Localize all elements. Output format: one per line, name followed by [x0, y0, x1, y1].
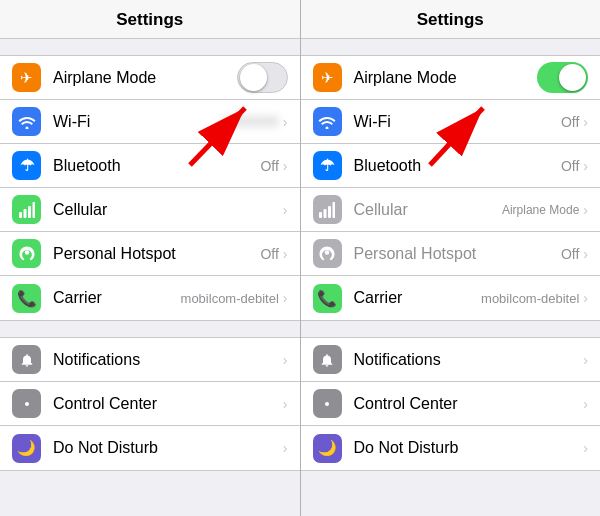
- panel-2-cellular-row[interactable]: Cellular Airplane Mode ›: [301, 188, 601, 232]
- notifications-label-2: Notifications: [354, 351, 584, 369]
- cellular-icon-2: [313, 195, 342, 224]
- svg-point-10: [325, 250, 330, 255]
- control-center-icon-1: [12, 389, 41, 418]
- panel-1-hotspot-row[interactable]: Personal Hotspot Off ›: [0, 232, 300, 276]
- control-center-icon-2: [313, 389, 342, 418]
- airplane-toggle-2[interactable]: [537, 62, 588, 93]
- dnd-icon-1: 🌙: [12, 434, 41, 463]
- panel-2-airplane-mode-row[interactable]: ✈ Airplane Mode: [301, 56, 601, 100]
- control-center-label-2: Control Center: [354, 395, 584, 413]
- panel-2-bluetooth-row[interactable]: ☂ Bluetooth Off ›: [301, 144, 601, 188]
- airplane-toggle-1[interactable]: [237, 62, 288, 93]
- notifications-chevron-1: ›: [283, 352, 288, 368]
- dnd-label-2: Do Not Disturb: [354, 439, 584, 457]
- wifi-icon-2: [313, 107, 342, 136]
- panel-2-dnd-row[interactable]: 🌙 Do Not Disturb ›: [301, 426, 601, 470]
- bluetooth-icon-2: ☂: [313, 151, 342, 180]
- panel-1-notifications-row[interactable]: Notifications ›: [0, 338, 300, 382]
- bluetooth-chevron-2: ›: [583, 158, 588, 174]
- panel-1-bluetooth-row[interactable]: ☂ Bluetooth Off ›: [0, 144, 300, 188]
- cellular-value-2: Airplane Mode: [502, 203, 579, 217]
- control-center-chevron-1: ›: [283, 396, 288, 412]
- panel-2-main-group: ✈ Airplane Mode Wi-Fi Off › ☂: [301, 55, 601, 321]
- carrier-label-1: Carrier: [53, 289, 181, 307]
- carrier-icon-1: 📞: [12, 284, 41, 313]
- carrier-chevron-2: ›: [583, 290, 588, 306]
- carrier-chevron-1: ›: [283, 290, 288, 306]
- svg-rect-1: [23, 209, 26, 218]
- notifications-chevron-2: ›: [583, 352, 588, 368]
- svg-point-5: [25, 402, 29, 406]
- wifi-chevron-1: ›: [283, 114, 288, 130]
- svg-rect-9: [333, 202, 336, 218]
- wifi-icon-1: [12, 107, 41, 136]
- panel-2: Settings ✈ Airplane Mode Wi-Fi Off ›: [301, 0, 601, 516]
- panel-1-control-center-row[interactable]: Control Center ›: [0, 382, 300, 426]
- carrier-value-1: mobilcom-debitel: [181, 291, 279, 306]
- panel-2-carrier-row[interactable]: 📞 Carrier mobilcom-debitel ›: [301, 276, 601, 320]
- bluetooth-value-1: Off: [260, 158, 278, 174]
- airplane-toggle-thumb-1: [240, 64, 267, 91]
- hotspot-chevron-2: ›: [583, 246, 588, 262]
- airplane-icon-2: ✈: [313, 63, 342, 92]
- panel-2-secondary-group: Notifications › Control Center › 🌙 Do No…: [301, 337, 601, 471]
- notifications-icon-2: [313, 345, 342, 374]
- cellular-chevron-2: ›: [583, 202, 588, 218]
- panel-2-hotspot-row[interactable]: Personal Hotspot Off ›: [301, 232, 601, 276]
- dnd-chevron-2: ›: [583, 440, 588, 456]
- panel-1-airplane-mode-row[interactable]: ✈ Airplane Mode: [0, 56, 300, 100]
- wifi-value-1: XXXXXXX: [223, 115, 279, 129]
- hotspot-chevron-1: ›: [283, 246, 288, 262]
- airplane-icon-1: ✈: [12, 63, 41, 92]
- hotspot-value-1: Off: [260, 246, 278, 262]
- carrier-label-2: Carrier: [354, 289, 482, 307]
- airplane-toggle-thumb-2: [559, 64, 586, 91]
- carrier-icon-2: 📞: [313, 284, 342, 313]
- panel-1-carrier-row[interactable]: 📞 Carrier mobilcom-debitel ›: [0, 276, 300, 320]
- panel-1-wifi-row[interactable]: Wi-Fi XXXXXXX ›: [0, 100, 300, 144]
- dnd-chevron-1: ›: [283, 440, 288, 456]
- panel-1-cellular-row[interactable]: Cellular ›: [0, 188, 300, 232]
- panel-1: Settings ✈ Airplane Mode Wi-Fi XXXXXXX: [0, 0, 300, 516]
- svg-rect-3: [32, 202, 35, 218]
- hotspot-label-1: Personal Hotspot: [53, 245, 260, 263]
- control-center-chevron-2: ›: [583, 396, 588, 412]
- panel-1-secondary-group: Notifications › Control Center › 🌙 Do No…: [0, 337, 300, 471]
- carrier-value-2: mobilcom-debitel: [481, 291, 579, 306]
- hotspot-label-2: Personal Hotspot: [354, 245, 561, 263]
- panel-1-dnd-row[interactable]: 🌙 Do Not Disturb ›: [0, 426, 300, 470]
- dnd-icon-2: 🌙: [313, 434, 342, 463]
- panel-2-control-center-row[interactable]: Control Center ›: [301, 382, 601, 426]
- hotspot-icon-1: [12, 239, 41, 268]
- svg-rect-7: [324, 209, 327, 218]
- panel-2-title: Settings: [301, 0, 601, 39]
- panels-container: Settings ✈ Airplane Mode Wi-Fi XXXXXXX: [0, 0, 600, 516]
- svg-rect-6: [319, 212, 322, 218]
- airplane-label-1: Airplane Mode: [53, 69, 237, 87]
- svg-rect-8: [328, 206, 331, 218]
- bluetooth-icon-1: ☂: [12, 151, 41, 180]
- svg-point-11: [325, 402, 329, 406]
- hotspot-value-2: Off: [561, 246, 579, 262]
- bluetooth-label-2: Bluetooth: [354, 157, 561, 175]
- svg-rect-0: [19, 212, 22, 218]
- panel-2-wifi-row[interactable]: Wi-Fi Off ›: [301, 100, 601, 144]
- cellular-label-1: Cellular: [53, 201, 283, 219]
- panel-2-notifications-row[interactable]: Notifications ›: [301, 338, 601, 382]
- bluetooth-chevron-1: ›: [283, 158, 288, 174]
- airplane-label-2: Airplane Mode: [354, 69, 538, 87]
- cellular-label-2: Cellular: [354, 201, 502, 219]
- hotspot-icon-2: [313, 239, 342, 268]
- wifi-chevron-2: ›: [583, 114, 588, 130]
- notifications-icon-1: [12, 345, 41, 374]
- control-center-label-1: Control Center: [53, 395, 283, 413]
- cellular-icon-1: [12, 195, 41, 224]
- notifications-label-1: Notifications: [53, 351, 283, 369]
- panel-1-title: Settings: [0, 0, 300, 39]
- dnd-label-1: Do Not Disturb: [53, 439, 283, 457]
- bluetooth-value-2: Off: [561, 158, 579, 174]
- cellular-chevron-1: ›: [283, 202, 288, 218]
- wifi-value-2: Off: [561, 114, 579, 130]
- svg-point-4: [24, 250, 29, 255]
- svg-rect-2: [28, 206, 31, 218]
